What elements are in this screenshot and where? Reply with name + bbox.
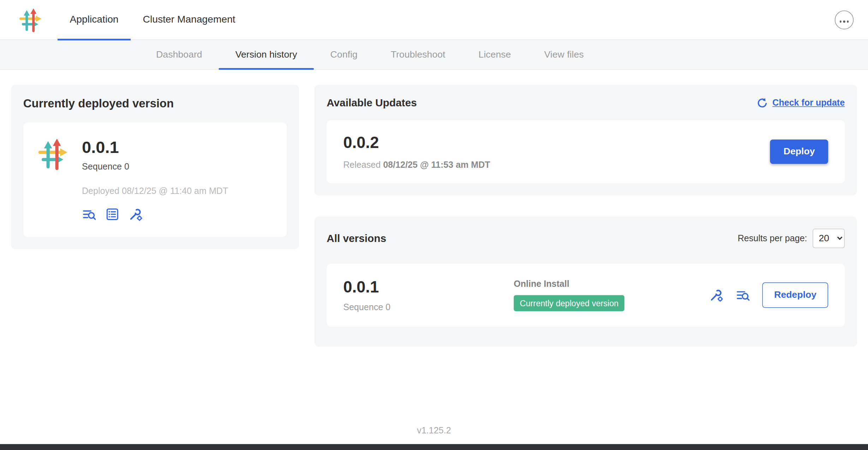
- version-row-info: 0.0.1 Sequence 0: [343, 278, 514, 312]
- tab-application-label: Application: [70, 14, 119, 25]
- available-update-row: 0.0.2 Released 08/12/25 @ 11:53 am MDT D…: [327, 120, 845, 183]
- deployed-version-details: 0.0.1 Sequence 0 Deployed 08/12/25 @ 11:…: [82, 138, 228, 221]
- release-notes-icon[interactable]: [736, 288, 750, 302]
- results-per-page-select[interactable]: 20: [813, 229, 845, 248]
- console-version-label: v1.125.2: [0, 426, 868, 436]
- redeploy-button[interactable]: Redeploy: [762, 282, 828, 308]
- subnav-config[interactable]: Config: [314, 40, 374, 69]
- deployed-version-card: 0.0.1 Sequence 0 Deployed 08/12/25 @ 11:…: [23, 122, 287, 237]
- available-updates-card: Available Updates Check for update: [314, 85, 857, 196]
- app-window: Application Cluster Management Dashboard…: [0, 0, 868, 450]
- check-for-update-label: Check for update: [772, 98, 845, 108]
- deployed-version-number: 0.0.1: [82, 138, 228, 156]
- available-updates-header: Available Updates Check for update: [327, 97, 845, 109]
- version-row-sequence: Sequence 0: [343, 302, 514, 312]
- all-versions-card: All versions Results per page: 20 0.0.1 …: [314, 217, 857, 347]
- subnav-dashboard-label: Dashboard: [156, 49, 202, 60]
- release-notes-icon[interactable]: [82, 207, 96, 221]
- version-row: 0.0.1 Sequence 0 Online Install Currentl…: [327, 264, 845, 327]
- update-version-number: 0.0.2: [343, 134, 490, 152]
- subnav-troubleshoot-label: Troubleshoot: [391, 49, 445, 60]
- subnav-version-history-label: Version history: [235, 49, 297, 60]
- subnav-config-label: Config: [330, 49, 357, 60]
- preflight-checks-icon[interactable]: [105, 207, 120, 221]
- all-versions-header: All versions Results per page: 20: [327, 229, 845, 248]
- main-content: Currently deployed version: [0, 70, 868, 362]
- deployed-sequence: Sequence 0: [82, 162, 228, 172]
- all-versions-title: All versions: [327, 232, 386, 244]
- edit-config-icon[interactable]: [709, 288, 724, 302]
- deployed-card-title: Currently deployed version: [23, 97, 287, 110]
- subnav-dashboard[interactable]: Dashboard: [139, 40, 219, 69]
- app-subnav: Dashboard Version history Config Trouble…: [0, 40, 868, 70]
- check-for-update-link[interactable]: Check for update: [757, 97, 845, 108]
- subnav-view-files[interactable]: View files: [528, 40, 600, 69]
- results-per-page: Results per page: 20: [738, 229, 845, 248]
- edit-config-icon[interactable]: [129, 207, 143, 221]
- released-date: 08/12/25 @ 11:53 am MDT: [383, 160, 490, 170]
- app-version-logo-icon: [38, 138, 70, 170]
- subnav-license-label: License: [478, 49, 511, 60]
- install-type-label: Online Install: [514, 279, 625, 289]
- update-info: 0.0.2 Released 08/12/25 @ 11:53 am MDT: [343, 134, 490, 170]
- updates-column: Available Updates Check for update: [314, 85, 857, 347]
- app-logo-icon: [19, 7, 43, 32]
- subnav-troubleshoot[interactable]: Troubleshoot: [374, 40, 462, 69]
- ellipsis-icon: [839, 15, 850, 25]
- deployed-actions: [82, 207, 228, 221]
- tab-cluster-management-label: Cluster Management: [143, 14, 236, 25]
- version-row-actions: Redeploy: [709, 282, 828, 308]
- refresh-icon: [757, 97, 768, 108]
- version-row-status: Online Install Currently deployed versio…: [514, 279, 625, 311]
- available-updates-title: Available Updates: [327, 97, 417, 109]
- deploy-button[interactable]: Deploy: [770, 140, 828, 164]
- update-released-line: Released 08/12/25 @ 11:53 am MDT: [343, 160, 490, 170]
- subnav-version-history[interactable]: Version history: [219, 40, 314, 69]
- tab-cluster-management[interactable]: Cluster Management: [131, 0, 248, 40]
- results-per-page-label: Results per page:: [738, 233, 807, 243]
- deployed-timestamp: Deployed 08/12/25 @ 11:40 am MDT: [82, 186, 228, 196]
- overflow-menu-button[interactable]: [835, 10, 854, 29]
- subnav-view-files-label: View files: [544, 49, 584, 60]
- version-row-number: 0.0.1: [343, 278, 514, 296]
- tab-application[interactable]: Application: [58, 0, 131, 40]
- currently-deployed-card: Currently deployed version: [11, 85, 299, 249]
- bottom-bar: [0, 444, 868, 450]
- subnav-license[interactable]: License: [462, 40, 528, 69]
- currently-deployed-badge: Currently deployed version: [514, 295, 625, 311]
- app-header: Application Cluster Management: [0, 0, 868, 40]
- deployed-column: Currently deployed version: [11, 85, 299, 249]
- released-prefix: Released: [343, 160, 381, 170]
